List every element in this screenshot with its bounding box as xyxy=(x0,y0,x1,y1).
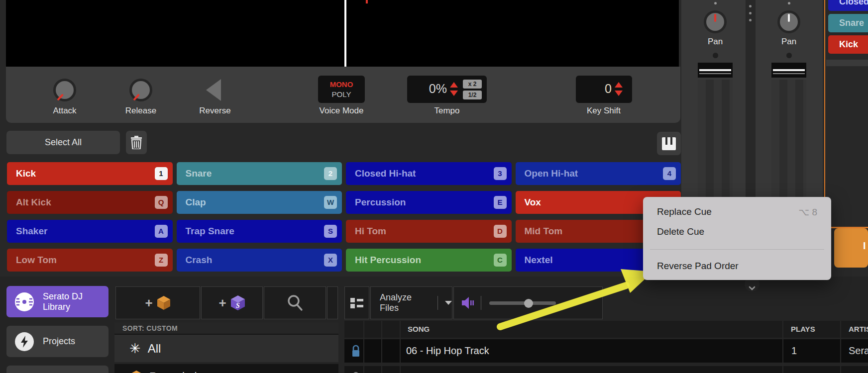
annotation-arrow xyxy=(0,0,868,373)
menu-item-replace-cue[interactable]: Replace Cue⌥ 8 xyxy=(643,203,831,220)
menu-item-label: Replace Cue xyxy=(657,206,712,217)
menu-item-delete-cue[interactable]: Delete Cue xyxy=(643,223,831,240)
menu-item-shortcut: ⌥ 8 xyxy=(798,206,817,218)
menu-item-label: Delete Cue xyxy=(657,226,704,237)
serato-studio-app: { "colors": { "accent_orange": "#d9782a"… xyxy=(0,0,868,373)
menu-separator xyxy=(650,249,824,250)
pad-context-menu: Replace Cue⌥ 8Delete CueReverse Pad Orde… xyxy=(643,197,831,280)
chevron-down-icon xyxy=(749,285,756,291)
menu-item-reverse-pad-order[interactable]: Reverse Pad Order xyxy=(643,258,831,275)
menu-item-label: Reverse Pad Order xyxy=(657,261,739,272)
